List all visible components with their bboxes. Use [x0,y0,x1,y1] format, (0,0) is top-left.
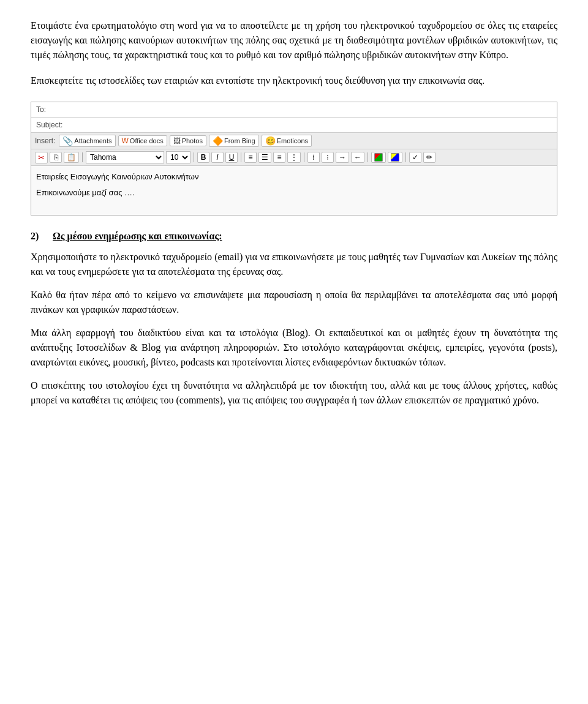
align-left-icon: ≡ [248,153,252,162]
office-docs-label: Office docs [130,137,164,144]
indent-icon: → [339,153,346,162]
section2-p2: Καλό θα ήταν πέρα από το κείμενο να επισ… [31,288,557,317]
email-compose-box: To: Subject: Insert: 📎 Attachments W Off… [31,102,557,215]
highlight-icon [391,153,399,162]
spell-check-button[interactable]: ✓ [409,152,421,163]
section2-number: 2) [31,229,48,244]
subject-label: Subject: [36,119,68,130]
bold-button[interactable]: B [197,152,209,163]
numbered-list-button[interactable]: ⁝ [322,152,334,163]
compose-body-line2: Επικοινωνούμε μαζί σας …. [36,187,552,199]
align-left-button[interactable]: ≡ [244,152,257,163]
from-bing-button[interactable]: 🔶 From Bing [209,135,259,147]
subject-input[interactable] [68,121,552,130]
font-color-button[interactable] [371,152,386,163]
cut-icon: ✂ [38,153,45,162]
from-bing-label: From Bing [224,137,255,144]
email-subject-row: Subject: [31,118,557,133]
separator-1 [82,152,83,162]
align-right-icon: ≡ [277,153,281,162]
outdent-button[interactable]: ← [351,152,364,163]
to-label: To: [36,104,68,115]
bullet-list-icon: ⁞ [312,153,315,162]
align-right-button[interactable]: ≡ [273,152,285,163]
section2-p1: Χρησιμοποιήστε το ηλεκτρονικό ταχυδρομεί… [31,250,557,279]
section2-p3: Μια άλλη εφαρμογή του διαδικτύου είναι κ… [31,326,557,370]
section2-heading: Ως μέσου ενημέρωσης και επικοινωνίας: [53,229,222,244]
bing-icon: 🔶 [213,136,223,146]
visit-paragraph: Επισκεφτείτε τις ιστοσελίδες των εταιριώ… [31,73,557,88]
attachments-label: Attachments [74,137,111,144]
indent-button[interactable]: → [336,152,349,163]
office-icon: W [122,137,129,145]
align-center-icon: ☰ [262,153,268,162]
align-center-button[interactable]: ☰ [258,152,271,163]
compose-body-line1: Εταιρείες Εισαγωγής Καινούριων Αυτοκινήτ… [36,171,552,183]
compose-body[interactable]: Εταιρείες Εισαγωγής Καινούριων Αυτοκινήτ… [31,166,557,215]
justify-icon: ⋮ [290,153,298,162]
separator-2 [194,152,194,162]
font-color-icon [374,153,383,162]
copy-button[interactable]: ⎘ [50,152,62,163]
attachments-button[interactable]: 📎 Attachments [59,135,115,147]
email-to-row: To: [31,102,557,118]
photos-icon: 🖼 [173,137,181,145]
separator-3 [241,152,241,162]
attachment-icon: 📎 [62,136,73,146]
paste-icon: 📋 [67,153,76,162]
photos-button[interactable]: 🖼 Photos [170,135,206,146]
emoticons-label: Emoticons [277,137,308,144]
emoticon-icon: 😊 [265,136,276,146]
photos-label: Photos [182,137,203,144]
edit-icon: ✏ [426,153,432,162]
emoticons-button[interactable]: 😊 Emoticons [262,135,312,147]
separator-6 [405,152,406,162]
copy-icon: ⎘ [54,153,58,162]
highlight-button[interactable] [388,152,402,163]
section2-p4: Ο επισκέπτης του ιστολογίου έχει τη δυνα… [31,378,557,408]
italic-button[interactable]: I [211,152,224,163]
outdent-icon: ← [354,153,361,162]
insert-label: Insert: [35,135,55,146]
underline-button[interactable]: U [225,152,238,163]
format-toolbar-row: ✂ ⎘ 📋 Tahoma Arial Times New Roman 8 10 … [31,149,557,166]
font-family-select[interactable]: Tahoma Arial Times New Roman [86,151,164,163]
justify-button[interactable]: ⋮ [287,152,301,163]
office-docs-button[interactable]: W Office docs [118,135,167,146]
intro-paragraph: Ετοιμάστε ένα ερωτηματολόγιο στη word γι… [31,18,557,62]
separator-4 [304,152,304,162]
numbered-list-icon: ⁝ [326,153,329,162]
separator-5 [368,152,368,162]
section2-item: 2) Ως μέσου ενημέρωσης και επικοινωνίας: [31,229,557,244]
cut-button[interactable]: ✂ [35,152,48,163]
bullet-list-button[interactable]: ⁞ [307,152,320,163]
paste-button[interactable]: 📋 [64,152,79,163]
to-input[interactable] [68,105,552,114]
font-size-select[interactable]: 8 10 12 14 [166,151,190,163]
insert-toolbar-row: Insert: 📎 Attachments W Office docs 🖼 Ph… [31,133,557,149]
spell-check-icon: ✓ [412,153,418,162]
edit-button[interactable]: ✏ [423,152,435,163]
